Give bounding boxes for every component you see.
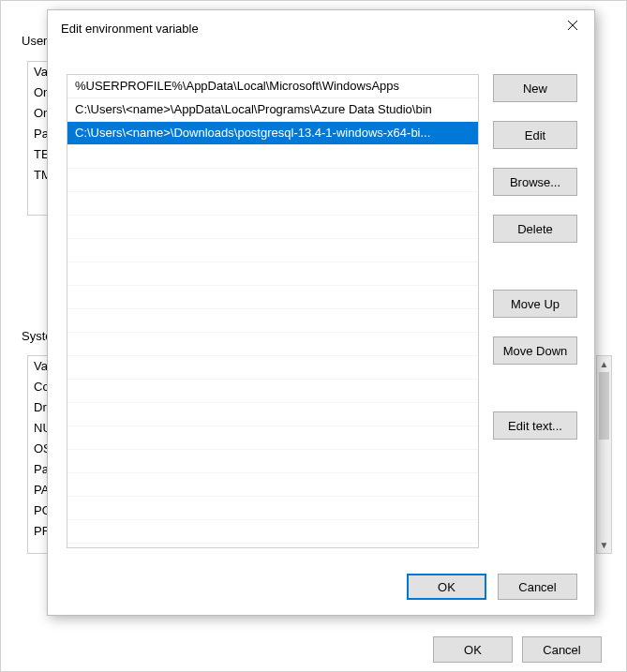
system-var-row-fragment[interactable]: Pat (28, 459, 47, 480)
path-entry-empty[interactable] (67, 262, 478, 286)
move-up-button[interactable]: Move Up (493, 290, 577, 318)
path-entry-empty[interactable] (67, 426, 478, 450)
system-vars-list-fragment[interactable]: VaCoDriNUOSPatPAPOPR (27, 355, 48, 554)
dialog-title: Edit environment variable (61, 22, 199, 36)
system-var-row-fragment[interactable]: Dri (28, 397, 47, 418)
delete-button[interactable]: Delete (493, 215, 577, 243)
edit-env-variable-dialog: Edit environment variable %USERPROFILE%\… (47, 9, 595, 616)
path-entry[interactable]: C:\Users\<name>\AppData\Local\Programs\A… (67, 98, 478, 122)
system-var-row-fragment[interactable]: NU (28, 418, 47, 439)
scroll-thumb[interactable] (599, 372, 609, 440)
path-entry-empty[interactable] (67, 520, 478, 544)
close-icon (567, 20, 578, 31)
path-entry[interactable]: %USERPROFILE%\AppData\Local\Microsoft\Wi… (67, 75, 478, 98)
system-vars-scrollbar[interactable]: ▲ ▼ (596, 355, 612, 554)
path-entry-empty[interactable] (67, 309, 478, 333)
path-entry[interactable]: C:\Users\<name>\Downloads\postgresql-13.… (67, 122, 478, 145)
path-entry-empty[interactable] (67, 450, 478, 473)
user-vars-list-fragment[interactable]: VaOnOnPatTETM (27, 61, 48, 216)
system-var-row-fragment[interactable]: PO (28, 500, 47, 521)
parent-cancel-button[interactable]: Cancel (522, 636, 602, 663)
user-var-row-fragment[interactable]: TE (28, 144, 47, 165)
path-entries-list[interactable]: %USERPROFILE%\AppData\Local\Microsoft\Wi… (67, 74, 479, 548)
parent-ok-button[interactable]: OK (433, 636, 513, 663)
new-button[interactable]: New (493, 74, 577, 102)
user-var-row-fragment[interactable]: Va (28, 62, 47, 82)
path-entry-empty[interactable] (67, 286, 478, 309)
user-var-row-fragment[interactable]: TM (28, 165, 47, 186)
path-entry-empty[interactable] (67, 169, 478, 192)
path-entry-empty[interactable] (67, 380, 478, 403)
cancel-button[interactable]: Cancel (498, 574, 577, 600)
path-entry-empty[interactable] (67, 239, 478, 262)
system-var-row-fragment[interactable]: PA (28, 480, 47, 500)
ok-button[interactable]: OK (407, 574, 486, 600)
edit-text-button[interactable]: Edit text... (493, 411, 577, 440)
user-var-row-fragment[interactable]: On (28, 82, 47, 103)
path-entry-empty[interactable] (67, 145, 478, 169)
user-var-row-fragment[interactable]: On (28, 103, 47, 124)
path-entry-empty[interactable] (67, 333, 478, 356)
edit-button[interactable]: Edit (493, 121, 577, 149)
path-entry-empty[interactable] (67, 192, 478, 216)
system-var-row-fragment[interactable]: OS (28, 439, 47, 459)
user-vars-label: User (22, 34, 47, 48)
scroll-up-arrow-icon[interactable]: ▲ (597, 356, 611, 372)
path-entry-empty[interactable] (67, 356, 478, 380)
close-button[interactable] (551, 10, 594, 40)
path-entry-empty[interactable] (67, 473, 478, 497)
dialog-footer: OK Cancel (407, 574, 577, 600)
browse-button[interactable]: Browse... (493, 168, 577, 196)
path-entry-empty[interactable] (67, 403, 478, 426)
system-var-row-fragment[interactable]: Va (28, 356, 47, 377)
move-down-button[interactable]: Move Down (493, 336, 577, 365)
action-button-column: New Edit Browse... Delete Move Up Move D… (493, 74, 577, 440)
user-var-row-fragment[interactable]: Pat (28, 124, 47, 144)
scroll-down-arrow-icon[interactable]: ▼ (597, 537, 611, 553)
system-var-row-fragment[interactable]: Co (28, 377, 47, 397)
system-var-row-fragment[interactable]: PR (28, 521, 47, 542)
path-entry-empty[interactable] (67, 497, 478, 520)
path-entry-empty[interactable] (67, 216, 478, 239)
